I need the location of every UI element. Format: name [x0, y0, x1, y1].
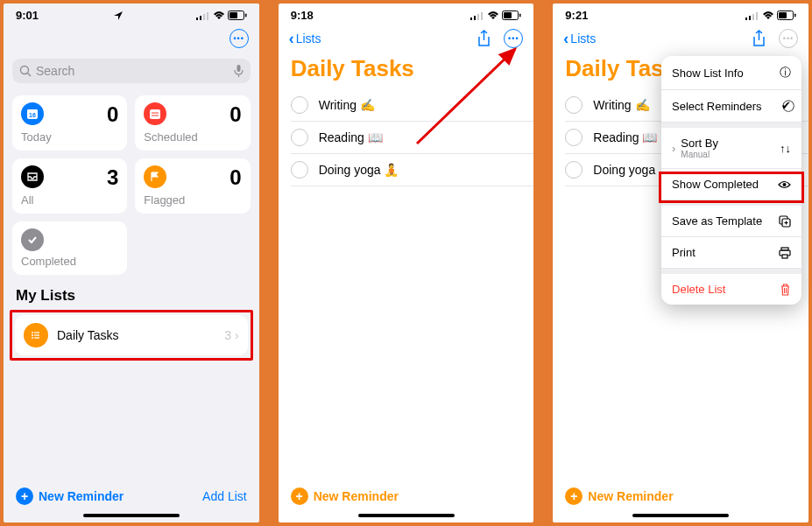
top-bar: •••	[4, 25, 259, 55]
trash-icon	[780, 284, 791, 296]
svg-rect-6	[245, 14, 247, 18]
svg-rect-0	[196, 18, 198, 20]
list-daily-tasks[interactable]: Daily Tasks 3 ›	[15, 315, 248, 355]
new-reminder-button[interactable]: + New Reminder	[565, 487, 673, 505]
search-field[interactable]: Search	[12, 59, 251, 83]
back-button[interactable]: ‹ Lists	[289, 30, 321, 48]
share-button[interactable]	[477, 30, 491, 47]
today-count: 0	[107, 102, 118, 127]
bottom-bar: + New Reminder	[279, 479, 534, 510]
search-placeholder: Search	[36, 64, 74, 78]
eye-icon	[778, 180, 791, 189]
reminder-text: Writing ✍️	[593, 98, 649, 112]
reminder-item[interactable]: Doing yoga 🧘	[291, 154, 534, 186]
svg-rect-45	[782, 255, 787, 258]
top-bar: ‹ Lists •••	[279, 25, 534, 55]
menu-delete-list[interactable]: Delete List	[661, 274, 801, 305]
status-icons	[470, 11, 521, 20]
home-indicator[interactable]	[83, 514, 180, 517]
screen-reminders-home: 9:01 ••• Search	[4, 4, 259, 522]
plus-icon: +	[565, 487, 583, 505]
mic-icon[interactable]	[234, 65, 244, 78]
sort-icon: ↑↓	[780, 142, 791, 155]
inbox-icon	[21, 165, 44, 188]
svg-rect-28	[504, 12, 512, 18]
reminder-radio[interactable]	[291, 129, 308, 146]
svg-rect-36	[779, 12, 787, 18]
flagged-count: 0	[229, 165, 241, 190]
reminder-radio[interactable]	[291, 96, 308, 114]
all-count: 3	[107, 165, 118, 190]
svg-point-19	[32, 334, 33, 336]
menu-save-as-template[interactable]: Save as Template	[661, 206, 801, 237]
reminder-text: Reading 📖	[319, 130, 383, 144]
chevron-right-icon: ›	[672, 142, 675, 155]
flag-icon	[144, 165, 166, 188]
svg-rect-2	[203, 14, 205, 20]
home-indicator[interactable]	[632, 514, 729, 517]
menu-select-reminders[interactable]: Select Reminders ✔︎⃝	[661, 90, 801, 123]
svg-point-17	[32, 332, 33, 333]
svg-rect-9	[237, 65, 240, 72]
reminder-text: Writing ✍️	[319, 98, 375, 112]
all-card[interactable]: 3 All	[12, 158, 127, 214]
svg-rect-34	[756, 12, 758, 20]
reminder-item[interactable]: Reading 📖	[291, 122, 534, 154]
bottom-bar: + New Reminder	[553, 479, 808, 510]
more-options-button[interactable]: •••	[229, 29, 249, 48]
svg-rect-32	[749, 16, 751, 20]
chevron-left-icon: ‹	[289, 30, 294, 48]
more-options-button[interactable]: •••	[779, 29, 798, 48]
completed-label: Completed	[21, 255, 118, 268]
add-list-button[interactable]: Add List	[202, 489, 247, 503]
scheduled-card[interactable]: 0 Scheduled	[135, 95, 250, 151]
menu-sort-by[interactable]: › Sort By Manual ↑↓	[661, 128, 801, 169]
svg-rect-3	[207, 12, 208, 20]
back-button[interactable]: ‹ Lists	[563, 30, 596, 48]
new-reminder-button[interactable]: + New Reminder	[291, 487, 399, 505]
svg-rect-14	[150, 109, 160, 119]
bottom-bar: + New Reminder Add List	[4, 479, 259, 510]
menu-print[interactable]: Print	[661, 237, 801, 269]
list-title: Daily Tasks	[279, 55, 534, 89]
status-icons	[745, 11, 796, 20]
svg-rect-24	[474, 16, 476, 20]
reminder-radio[interactable]	[565, 96, 583, 114]
status-time: 9:21	[565, 9, 588, 22]
plus-icon: +	[291, 487, 308, 505]
completed-card[interactable]: Completed	[12, 221, 127, 275]
home-indicator[interactable]	[358, 514, 455, 517]
scheduled-count: 0	[229, 102, 241, 127]
share-button[interactable]	[752, 30, 766, 47]
new-reminder-button[interactable]: + New Reminder	[16, 487, 124, 505]
flagged-card[interactable]: 0 Flagged	[135, 158, 250, 214]
my-lists-header: My Lists	[4, 284, 259, 310]
menu-show-list-info[interactable]: Show List Info ⓘ	[661, 56, 801, 90]
reminder-radio[interactable]	[565, 161, 583, 179]
battery-icon	[228, 11, 247, 20]
reminder-radio[interactable]	[291, 161, 308, 179]
search-icon	[19, 65, 32, 77]
printer-icon	[779, 247, 791, 259]
svg-point-38	[783, 183, 787, 186]
today-card[interactable]: 16 0 Today	[12, 95, 127, 151]
signal-icon	[745, 11, 759, 20]
reminder-text: Reading 📖	[593, 130, 657, 144]
menu-show-completed[interactable]: Show Completed	[661, 169, 801, 200]
more-options-button[interactable]: •••	[504, 29, 523, 48]
screen-list-detail: 9:18 ‹ Lists ••• Daily Tasks Writing ✍️ …	[279, 4, 534, 522]
status-icons	[196, 11, 247, 20]
svg-rect-29	[519, 14, 521, 18]
list-count: 3	[224, 328, 231, 342]
svg-line-8	[28, 74, 32, 77]
svg-rect-5	[229, 12, 237, 18]
reminder-text: Doing yoga 🧘	[319, 163, 399, 177]
wifi-icon	[487, 11, 499, 20]
reminder-item[interactable]: Writing ✍️	[291, 89, 534, 122]
calendar-icon: 16	[21, 102, 44, 125]
reminder-radio[interactable]	[565, 129, 583, 146]
chevron-right-icon: ›	[235, 328, 239, 342]
signal-icon	[196, 11, 210, 20]
battery-icon	[777, 11, 796, 20]
flagged-label: Flagged	[144, 193, 241, 207]
